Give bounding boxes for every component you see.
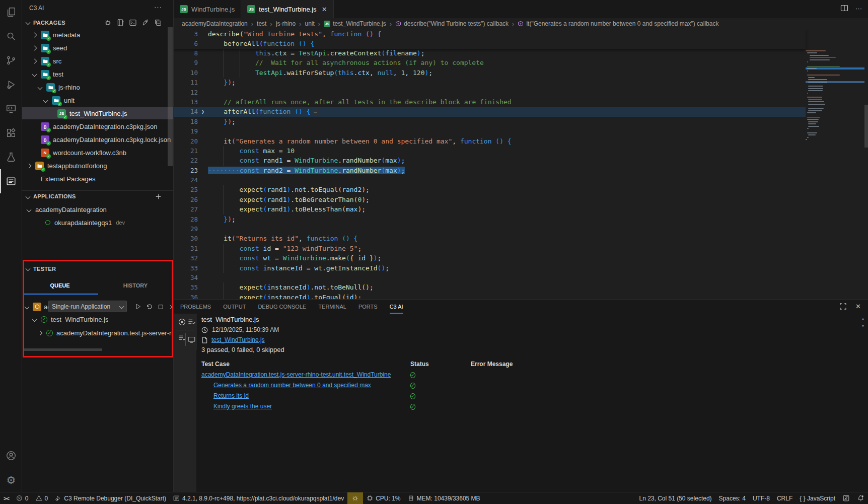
tester-section-header[interactable]: TESTER xyxy=(22,263,173,274)
c3-panel-icon[interactable] xyxy=(0,169,22,193)
beaker-icon[interactable] xyxy=(0,145,22,169)
play-icon[interactable] xyxy=(134,303,141,310)
tree-item-test[interactable]: ✓test xyxy=(22,68,173,80)
code-line-13[interactable]: 13 // afterAll runs once, after all test… xyxy=(174,97,806,107)
breadcrumb-item[interactable]: academyDataIntegration xyxy=(182,20,248,27)
code-line-28[interactable]: 28 }); xyxy=(174,214,806,224)
editor-tab-test-windturbine-js[interactable]: JS test_WindTurbine.js ✕ xyxy=(241,0,333,18)
editor-scrollbar[interactable] xyxy=(864,105,868,148)
status-bug-disabled-icon[interactable] xyxy=(839,492,853,504)
documents-icon[interactable] xyxy=(0,0,22,24)
code-line-18[interactable]: 18 }); xyxy=(174,117,806,126)
code-line-36[interactable]: 36 expect(instanceId).toEqual(id); xyxy=(174,293,806,299)
status-remote[interactable]: >< xyxy=(0,492,13,504)
monitor-icon[interactable] xyxy=(187,335,196,344)
code-line-24[interactable]: 24 xyxy=(174,175,806,185)
checklist-icon[interactable] xyxy=(187,318,196,326)
panel-tab-output[interactable]: OUTPUT xyxy=(223,300,246,314)
chevron-down-icon[interactable] xyxy=(38,85,43,90)
code-line-26[interactable]: 26 expect(rand1).toBeGreaterThan(0); xyxy=(174,195,806,204)
status-c3-logo[interactable]: 4.2.1, 8.9.0-rc+498, https://plat.c3ci.c… xyxy=(170,492,347,504)
settings-gear-icon[interactable]: ⚙ xyxy=(0,468,22,492)
code-line-8[interactable]: 8 this.ctx = TestApi.createContext(filen… xyxy=(174,48,806,58)
status-spaces-4[interactable]: Spaces: 4 xyxy=(715,492,749,504)
chevron-down-icon[interactable] xyxy=(32,317,37,322)
chevron-right-icon[interactable] xyxy=(32,45,37,50)
tester-tab-history[interactable]: HISTORY xyxy=(98,278,173,294)
panel-close-icon[interactable]: ✕ xyxy=(855,303,861,310)
code-line-14[interactable]: 14 ❯ afterAll(function () {⋯ xyxy=(174,107,806,116)
queue-item[interactable]: ✓ academyDataIntegration.test.js-server-… xyxy=(22,327,173,339)
panel-tab-debug-console[interactable]: DEBUG CONSOLE xyxy=(258,300,306,314)
panel-tab-c3-ai[interactable]: C3 AI xyxy=(390,300,403,314)
panel-tab-terminal[interactable]: TERMINAL xyxy=(318,300,346,314)
source-control-icon[interactable] xyxy=(0,48,22,73)
tree-item-wordcount-workflow-c3nb[interactable]: N✓wordcount-workflow.c3nb xyxy=(22,147,173,159)
extensions-icon[interactable] xyxy=(0,121,22,145)
rocket-icon[interactable] xyxy=(141,19,150,27)
chevron-down-icon[interactable] xyxy=(32,71,37,77)
account-icon[interactable] xyxy=(0,444,22,468)
status-warning[interactable]: 0 xyxy=(32,492,52,504)
search-icon[interactable] xyxy=(0,24,22,48)
status-debug-alt[interactable]: C3 Remote Debugger (DI_QuickStart) xyxy=(51,492,170,504)
code-line-29[interactable]: 29 xyxy=(174,224,806,234)
sidebar-scrollbar[interactable] xyxy=(168,27,173,166)
editor-tab-windturbine-js[interactable]: JS WindTurbine.js xyxy=(174,0,241,18)
tree-item-seed[interactable]: ✓seed xyxy=(22,42,173,54)
chevron-down-icon[interactable] xyxy=(25,304,30,309)
code-line-10[interactable]: 10 TestApi.waitForSetup(this.ctx, null, … xyxy=(174,68,806,78)
code-line-20[interactable]: 20 it("Generates a random number between… xyxy=(174,136,806,146)
tree-item-js-rhino[interactable]: ✓js-rhino xyxy=(22,81,173,93)
panel-tab-problems[interactable]: PROBLEMS xyxy=(180,300,211,314)
status-ln-23-col-51-50-selected-[interactable]: Ln 23, Col 51 (50 selected) xyxy=(635,492,715,504)
collapse-all-icon[interactable] xyxy=(154,19,162,27)
chevron-right-icon[interactable] xyxy=(32,32,37,37)
code-area[interactable]: 8 this.ctx = TestApi.createContext(filen… xyxy=(174,29,868,299)
code-line-35[interactable]: 35 expect(instanceId).not.toBeNull(); xyxy=(174,282,806,292)
rerun-icon[interactable] xyxy=(146,303,153,310)
panel-tab-ports[interactable]: PORTS xyxy=(358,300,378,314)
breadcrumb-item[interactable]: js-rhino xyxy=(276,20,296,27)
panel-maximize-icon[interactable] xyxy=(840,303,846,310)
code-line-30[interactable]: 30 it("Returns its id", function () { xyxy=(174,234,806,243)
breadcrumb-item[interactable]: unit xyxy=(305,20,314,27)
breadcrumb-item[interactable]: describe("Wind Turbine tests") callback xyxy=(395,20,509,27)
code-line-3[interactable]: 3 describe("Wind Turbine tests", functio… xyxy=(174,29,806,39)
app-item-okurapdataintegqs1[interactable]: okurapdataintegqs1dev xyxy=(22,217,173,229)
breadcrumb-item[interactable]: test xyxy=(257,20,266,27)
panel-scroll-up-icon[interactable]: ▲ xyxy=(861,317,865,321)
code-line-22[interactable]: 22 const rand1 = WindTurbine.randNumber(… xyxy=(174,156,806,165)
status-bug[interactable] xyxy=(347,492,363,504)
breadcrumb-item[interactable]: it("Generates a random number between 0 … xyxy=(518,20,718,27)
tree-item-testappbutnotforlong[interactable]: ✓testappbutnotforlong xyxy=(22,160,173,172)
status-memory[interactable]: MEM: 10439/33605 MB xyxy=(404,492,484,504)
fold-chevron-icon[interactable]: ❯ xyxy=(198,107,208,116)
applications-section-header[interactable]: APPLICATIONS xyxy=(22,190,173,202)
result-file-link[interactable]: test_WindTurbine.js xyxy=(211,336,265,343)
code-line-9[interactable]: 9 // Wait for all asynchronous actions (… xyxy=(174,58,806,67)
status-error[interactable]: 0 xyxy=(13,492,32,504)
code-line-19[interactable]: 19 xyxy=(174,126,806,136)
queue-item[interactable]: ✓ test_WindTurbine.js xyxy=(22,313,173,325)
code-line-25[interactable]: 25 expect(rand1).not.toEqual(rand2); xyxy=(174,185,806,194)
stop-icon[interactable] xyxy=(158,304,164,310)
tree-item-unit[interactable]: ✓unit xyxy=(22,94,173,106)
terminal-icon[interactable] xyxy=(129,19,137,27)
tree-item-external-packages[interactable]: External Packages xyxy=(22,173,173,185)
status-bell-icon[interactable] xyxy=(853,492,868,504)
test-case-link[interactable]: Generates a random number between 0 and … xyxy=(213,382,371,389)
chevron-down-icon[interactable] xyxy=(43,98,48,103)
code-line-11[interactable]: 11 }); xyxy=(174,78,806,87)
code-line-12[interactable]: 12 xyxy=(174,88,806,97)
tree-item-metadata[interactable]: ✓metadata xyxy=(22,29,173,41)
code-line-23[interactable]: 23 ········const rand2 = WindTurbine.ran… xyxy=(174,166,806,175)
code-line-21[interactable]: 21 const max = 10 xyxy=(174,146,806,156)
chevron-right-icon[interactable] xyxy=(38,330,43,335)
app-item-academydataintegration[interactable]: academyDataIntegration xyxy=(22,203,173,215)
remote-debug-icon[interactable] xyxy=(0,97,22,121)
test-case-link[interactable]: academyDataIntegration.test.js-server-rh… xyxy=(201,371,391,378)
tester-horizontal-scrollbar[interactable] xyxy=(24,348,102,351)
status--javascript[interactable]: { } JavaScript xyxy=(796,492,839,504)
clear-icon[interactable] xyxy=(178,318,186,326)
